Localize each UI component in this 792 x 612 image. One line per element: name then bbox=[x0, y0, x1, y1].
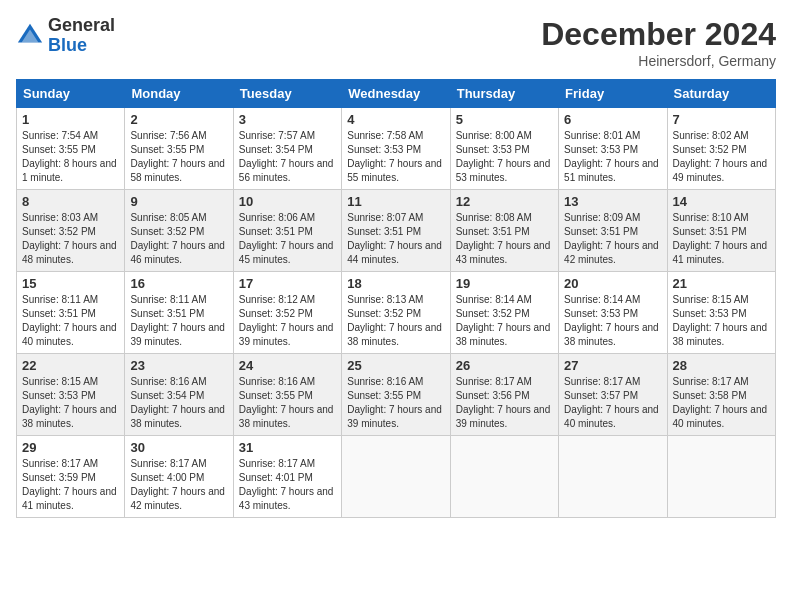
month-title: December 2024 bbox=[541, 16, 776, 53]
day-detail: Sunrise: 8:17 AM Sunset: 3:56 PM Dayligh… bbox=[456, 375, 553, 431]
day-detail: Sunrise: 8:03 AM Sunset: 3:52 PM Dayligh… bbox=[22, 211, 119, 267]
day-number: 24 bbox=[239, 358, 336, 373]
calendar-day-cell: 13 Sunrise: 8:09 AM Sunset: 3:51 PM Dayl… bbox=[559, 190, 667, 272]
day-detail: Sunrise: 8:13 AM Sunset: 3:52 PM Dayligh… bbox=[347, 293, 444, 349]
day-number: 27 bbox=[564, 358, 661, 373]
page-header: General Blue December 2024 Heinersdorf, … bbox=[16, 16, 776, 69]
day-number: 22 bbox=[22, 358, 119, 373]
calendar-day-cell: 27 Sunrise: 8:17 AM Sunset: 3:57 PM Dayl… bbox=[559, 354, 667, 436]
logo-icon bbox=[16, 22, 44, 50]
logo-blue-text: Blue bbox=[48, 36, 115, 56]
calendar-table: Sunday Monday Tuesday Wednesday Thursday… bbox=[16, 79, 776, 518]
day-number: 20 bbox=[564, 276, 661, 291]
calendar-day-cell: 28 Sunrise: 8:17 AM Sunset: 3:58 PM Dayl… bbox=[667, 354, 775, 436]
day-detail: Sunrise: 8:10 AM Sunset: 3:51 PM Dayligh… bbox=[673, 211, 770, 267]
day-number: 19 bbox=[456, 276, 553, 291]
calendar-day-cell bbox=[450, 436, 558, 518]
day-detail: Sunrise: 8:09 AM Sunset: 3:51 PM Dayligh… bbox=[564, 211, 661, 267]
day-number: 26 bbox=[456, 358, 553, 373]
day-number: 21 bbox=[673, 276, 770, 291]
col-thursday: Thursday bbox=[450, 80, 558, 108]
day-detail: Sunrise: 8:14 AM Sunset: 3:53 PM Dayligh… bbox=[564, 293, 661, 349]
calendar-day-cell: 29 Sunrise: 8:17 AM Sunset: 3:59 PM Dayl… bbox=[17, 436, 125, 518]
day-detail: Sunrise: 7:58 AM Sunset: 3:53 PM Dayligh… bbox=[347, 129, 444, 185]
day-detail: Sunrise: 7:54 AM Sunset: 3:55 PM Dayligh… bbox=[22, 129, 119, 185]
day-number: 1 bbox=[22, 112, 119, 127]
calendar-week-row: 15 Sunrise: 8:11 AM Sunset: 3:51 PM Dayl… bbox=[17, 272, 776, 354]
calendar-day-cell: 10 Sunrise: 8:06 AM Sunset: 3:51 PM Dayl… bbox=[233, 190, 341, 272]
calendar-day-cell: 4 Sunrise: 7:58 AM Sunset: 3:53 PM Dayli… bbox=[342, 108, 450, 190]
col-wednesday: Wednesday bbox=[342, 80, 450, 108]
calendar-day-cell: 24 Sunrise: 8:16 AM Sunset: 3:55 PM Dayl… bbox=[233, 354, 341, 436]
day-number: 15 bbox=[22, 276, 119, 291]
day-number: 25 bbox=[347, 358, 444, 373]
calendar-day-cell: 18 Sunrise: 8:13 AM Sunset: 3:52 PM Dayl… bbox=[342, 272, 450, 354]
calendar-day-cell bbox=[559, 436, 667, 518]
day-detail: Sunrise: 8:17 AM Sunset: 3:58 PM Dayligh… bbox=[673, 375, 770, 431]
calendar-week-row: 29 Sunrise: 8:17 AM Sunset: 3:59 PM Dayl… bbox=[17, 436, 776, 518]
calendar-day-cell: 5 Sunrise: 8:00 AM Sunset: 3:53 PM Dayli… bbox=[450, 108, 558, 190]
calendar-day-cell: 1 Sunrise: 7:54 AM Sunset: 3:55 PM Dayli… bbox=[17, 108, 125, 190]
day-detail: Sunrise: 8:16 AM Sunset: 3:54 PM Dayligh… bbox=[130, 375, 227, 431]
day-detail: Sunrise: 8:05 AM Sunset: 3:52 PM Dayligh… bbox=[130, 211, 227, 267]
day-number: 5 bbox=[456, 112, 553, 127]
day-number: 29 bbox=[22, 440, 119, 455]
day-number: 17 bbox=[239, 276, 336, 291]
day-number: 3 bbox=[239, 112, 336, 127]
day-number: 10 bbox=[239, 194, 336, 209]
calendar-week-row: 1 Sunrise: 7:54 AM Sunset: 3:55 PM Dayli… bbox=[17, 108, 776, 190]
calendar-day-cell: 2 Sunrise: 7:56 AM Sunset: 3:55 PM Dayli… bbox=[125, 108, 233, 190]
calendar-day-cell bbox=[342, 436, 450, 518]
col-sunday: Sunday bbox=[17, 80, 125, 108]
day-detail: Sunrise: 8:06 AM Sunset: 3:51 PM Dayligh… bbox=[239, 211, 336, 267]
day-detail: Sunrise: 8:02 AM Sunset: 3:52 PM Dayligh… bbox=[673, 129, 770, 185]
calendar-day-cell bbox=[667, 436, 775, 518]
calendar-day-cell: 9 Sunrise: 8:05 AM Sunset: 3:52 PM Dayli… bbox=[125, 190, 233, 272]
day-number: 7 bbox=[673, 112, 770, 127]
calendar-day-cell: 8 Sunrise: 8:03 AM Sunset: 3:52 PM Dayli… bbox=[17, 190, 125, 272]
calendar-day-cell: 15 Sunrise: 8:11 AM Sunset: 3:51 PM Dayl… bbox=[17, 272, 125, 354]
day-detail: Sunrise: 8:16 AM Sunset: 3:55 PM Dayligh… bbox=[239, 375, 336, 431]
calendar-day-cell: 21 Sunrise: 8:15 AM Sunset: 3:53 PM Dayl… bbox=[667, 272, 775, 354]
calendar-day-cell: 22 Sunrise: 8:15 AM Sunset: 3:53 PM Dayl… bbox=[17, 354, 125, 436]
day-detail: Sunrise: 8:14 AM Sunset: 3:52 PM Dayligh… bbox=[456, 293, 553, 349]
day-detail: Sunrise: 8:15 AM Sunset: 3:53 PM Dayligh… bbox=[673, 293, 770, 349]
day-detail: Sunrise: 8:00 AM Sunset: 3:53 PM Dayligh… bbox=[456, 129, 553, 185]
calendar-day-cell: 23 Sunrise: 8:16 AM Sunset: 3:54 PM Dayl… bbox=[125, 354, 233, 436]
col-monday: Monday bbox=[125, 80, 233, 108]
day-detail: Sunrise: 8:11 AM Sunset: 3:51 PM Dayligh… bbox=[130, 293, 227, 349]
day-detail: Sunrise: 8:17 AM Sunset: 3:57 PM Dayligh… bbox=[564, 375, 661, 431]
day-number: 30 bbox=[130, 440, 227, 455]
day-detail: Sunrise: 8:17 AM Sunset: 3:59 PM Dayligh… bbox=[22, 457, 119, 513]
day-detail: Sunrise: 8:11 AM Sunset: 3:51 PM Dayligh… bbox=[22, 293, 119, 349]
day-number: 4 bbox=[347, 112, 444, 127]
col-friday: Friday bbox=[559, 80, 667, 108]
day-detail: Sunrise: 8:07 AM Sunset: 3:51 PM Dayligh… bbox=[347, 211, 444, 267]
day-detail: Sunrise: 8:17 AM Sunset: 4:01 PM Dayligh… bbox=[239, 457, 336, 513]
day-number: 16 bbox=[130, 276, 227, 291]
day-detail: Sunrise: 8:17 AM Sunset: 4:00 PM Dayligh… bbox=[130, 457, 227, 513]
day-number: 13 bbox=[564, 194, 661, 209]
day-detail: Sunrise: 7:56 AM Sunset: 3:55 PM Dayligh… bbox=[130, 129, 227, 185]
calendar-day-cell: 14 Sunrise: 8:10 AM Sunset: 3:51 PM Dayl… bbox=[667, 190, 775, 272]
calendar-day-cell: 12 Sunrise: 8:08 AM Sunset: 3:51 PM Dayl… bbox=[450, 190, 558, 272]
calendar-day-cell: 25 Sunrise: 8:16 AM Sunset: 3:55 PM Dayl… bbox=[342, 354, 450, 436]
day-number: 2 bbox=[130, 112, 227, 127]
calendar-week-row: 8 Sunrise: 8:03 AM Sunset: 3:52 PM Dayli… bbox=[17, 190, 776, 272]
calendar-day-cell: 20 Sunrise: 8:14 AM Sunset: 3:53 PM Dayl… bbox=[559, 272, 667, 354]
day-detail: Sunrise: 8:12 AM Sunset: 3:52 PM Dayligh… bbox=[239, 293, 336, 349]
calendar-day-cell: 17 Sunrise: 8:12 AM Sunset: 3:52 PM Dayl… bbox=[233, 272, 341, 354]
col-tuesday: Tuesday bbox=[233, 80, 341, 108]
col-saturday: Saturday bbox=[667, 80, 775, 108]
calendar-day-cell: 7 Sunrise: 8:02 AM Sunset: 3:52 PM Dayli… bbox=[667, 108, 775, 190]
calendar-day-cell: 16 Sunrise: 8:11 AM Sunset: 3:51 PM Dayl… bbox=[125, 272, 233, 354]
day-number: 9 bbox=[130, 194, 227, 209]
day-detail: Sunrise: 8:08 AM Sunset: 3:51 PM Dayligh… bbox=[456, 211, 553, 267]
day-number: 11 bbox=[347, 194, 444, 209]
day-number: 28 bbox=[673, 358, 770, 373]
day-detail: Sunrise: 8:16 AM Sunset: 3:55 PM Dayligh… bbox=[347, 375, 444, 431]
location: Heinersdorf, Germany bbox=[541, 53, 776, 69]
logo: General Blue bbox=[16, 16, 115, 56]
day-detail: Sunrise: 8:15 AM Sunset: 3:53 PM Dayligh… bbox=[22, 375, 119, 431]
day-number: 18 bbox=[347, 276, 444, 291]
